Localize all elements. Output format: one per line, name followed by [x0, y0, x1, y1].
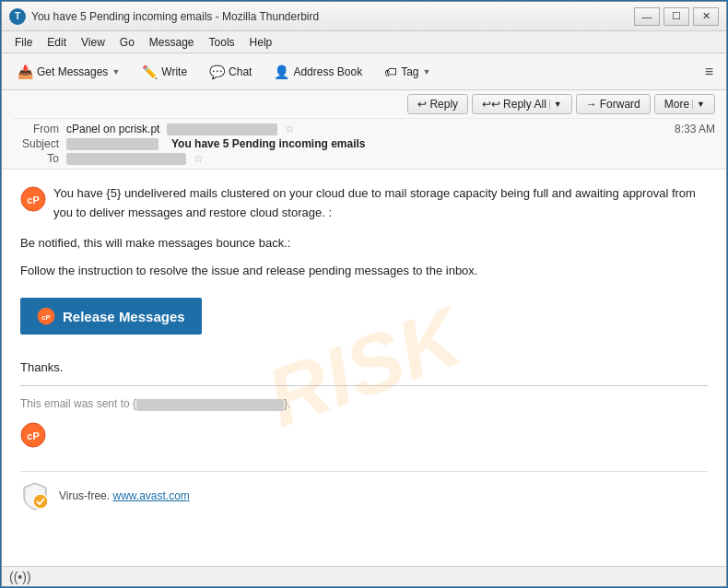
write-icon: ✏️	[142, 65, 158, 79]
sent-to-suffix: }.	[284, 397, 290, 410]
avast-link[interactable]: www.avast.com	[112, 489, 189, 502]
close-button[interactable]: ✕	[693, 7, 719, 26]
chat-button[interactable]: 💬 Chat	[201, 60, 260, 84]
forward-icon: →	[586, 98, 597, 111]
wifi-icon: ((•))	[9, 570, 31, 584]
menu-tools[interactable]: Tools	[204, 34, 241, 51]
address-book-button[interactable]: 👤 Address Book	[265, 60, 370, 84]
from-label: From	[13, 123, 59, 135]
tag-label: Tag	[401, 65, 418, 78]
to-label: To	[13, 152, 59, 165]
window-controls: — ☐ ✕	[634, 7, 719, 26]
hamburger-menu-icon[interactable]: ≡	[699, 60, 719, 84]
more-label: More	[664, 98, 689, 111]
write-button[interactable]: ✏️ Write	[134, 60, 195, 84]
address-book-icon: 👤	[274, 65, 289, 79]
forward-button[interactable]: → Forward	[576, 94, 651, 114]
reply-button[interactable]: ↩ Reply	[407, 94, 468, 114]
email-content: cP You have {5} undelivered mails cluste…	[20, 184, 708, 511]
thanks-text: Thanks.	[20, 360, 708, 374]
avast-text: Virus-free. www.avast.com	[59, 489, 190, 502]
email-body: RISK cP You have {5} undelivered mails c…	[2, 170, 726, 566]
release-btn-cpanel-icon: cP	[37, 307, 55, 325]
toolbar: 📥 Get Messages ▼ ✏️ Write 💬 Chat 👤 Addre…	[2, 53, 726, 90]
tag-button[interactable]: 🏷 Tag ▼	[376, 60, 439, 84]
email-meta: From cPanel on pcrisk.pt ☆ 8:33 AM Subje…	[13, 123, 715, 165]
para1-text: You have {5} undelivered mails clustered…	[53, 184, 708, 223]
status-bar: ((•))	[2, 566, 726, 586]
to-email	[66, 153, 186, 165]
chat-icon: 💬	[209, 65, 225, 79]
menu-edit[interactable]: Edit	[41, 34, 72, 51]
reply-all-label: Reply All	[503, 98, 546, 111]
get-messages-button[interactable]: 📥 Get Messages ▼	[9, 60, 128, 84]
from-row: From cPanel on pcrisk.pt ☆ 8:33 AM	[13, 123, 715, 135]
sent-to-row: This email was sent to {}.	[20, 397, 708, 410]
title-bar-left: T You have 5 Pending incoming emails - M…	[9, 8, 319, 25]
address-book-label: Address Book	[293, 65, 362, 78]
avast-shield-icon	[20, 481, 50, 511]
maximize-button[interactable]: ☐	[663, 7, 689, 26]
menu-file[interactable]: File	[9, 34, 38, 51]
reply-label: Reply	[429, 98, 458, 111]
to-star-icon[interactable]: ☆	[194, 152, 204, 165]
svg-text:cP: cP	[27, 430, 39, 441]
get-messages-icon: 📥	[18, 65, 33, 79]
reply-all-arrow: ▼	[549, 100, 562, 109]
write-label: Write	[161, 65, 187, 78]
subject-text: You have 5 Pending incoming emails	[171, 137, 366, 150]
sent-to-email	[136, 399, 284, 411]
forward-label: Forward	[600, 98, 640, 111]
get-messages-label: Get Messages	[37, 65, 108, 78]
menu-bar: File Edit View Go Message Tools Help	[2, 31, 726, 53]
sent-to-prefix: This email was sent to {	[20, 397, 136, 410]
avast-static-text: Virus-free.	[59, 489, 110, 502]
email-divider	[20, 385, 708, 386]
email-actions: ↩ Reply ↩↩ Reply All ▼ → Forward More ▼	[13, 94, 715, 119]
title-bar: T You have 5 Pending incoming emails - M…	[2, 2, 726, 31]
avast-row: Virus-free. www.avast.com	[20, 471, 708, 511]
reply-all-icon: ↩↩	[482, 98, 500, 111]
to-row: To ☆	[13, 152, 715, 165]
window-title: You have 5 Pending incoming emails - Moz…	[31, 10, 319, 23]
subject-prefix	[66, 138, 159, 150]
cpanel-logo: cP	[20, 186, 46, 212]
more-button[interactable]: More ▼	[654, 94, 715, 114]
reply-icon: ↩	[417, 98, 427, 111]
chat-label: Chat	[229, 65, 252, 78]
sender-row: cP You have {5} undelivered mails cluste…	[20, 184, 708, 223]
reply-all-button[interactable]: ↩↩ Reply All ▼	[472, 94, 572, 114]
menu-view[interactable]: View	[76, 34, 111, 51]
tag-icon: 🏷	[384, 65, 397, 79]
from-name: cPanel on pcrisk.pt	[66, 123, 159, 135]
email-header: ↩ Reply ↩↩ Reply All ▼ → Forward More ▼ …	[2, 90, 726, 170]
star-icon[interactable]: ☆	[285, 123, 295, 135]
para3-text: Follow the instruction to resolve the is…	[20, 262, 708, 281]
get-messages-arrow: ▼	[112, 67, 120, 76]
cpanel-logo-bottom: cP	[20, 422, 46, 448]
subject-row: Subject You have 5 Pending incoming emai…	[13, 137, 715, 150]
release-messages-button[interactable]: cP Release Messages	[20, 298, 202, 335]
para2-text: Be notified, this will make messages bou…	[20, 234, 708, 253]
svg-text:cP: cP	[41, 313, 51, 322]
subject-label: Subject	[13, 137, 59, 150]
release-messages-label: Release Messages	[63, 309, 185, 324]
svg-point-6	[33, 494, 48, 509]
more-arrow: ▼	[692, 100, 705, 109]
minimize-button[interactable]: —	[634, 7, 660, 26]
svg-text:cP: cP	[27, 194, 39, 206]
menu-go[interactable]: Go	[114, 34, 140, 51]
email-time: 8:33 AM	[675, 123, 715, 135]
menu-help[interactable]: Help	[244, 34, 278, 51]
tag-arrow: ▼	[423, 67, 431, 76]
menu-message[interactable]: Message	[144, 34, 200, 51]
app-icon: T	[9, 8, 26, 25]
from-email	[167, 123, 277, 135]
